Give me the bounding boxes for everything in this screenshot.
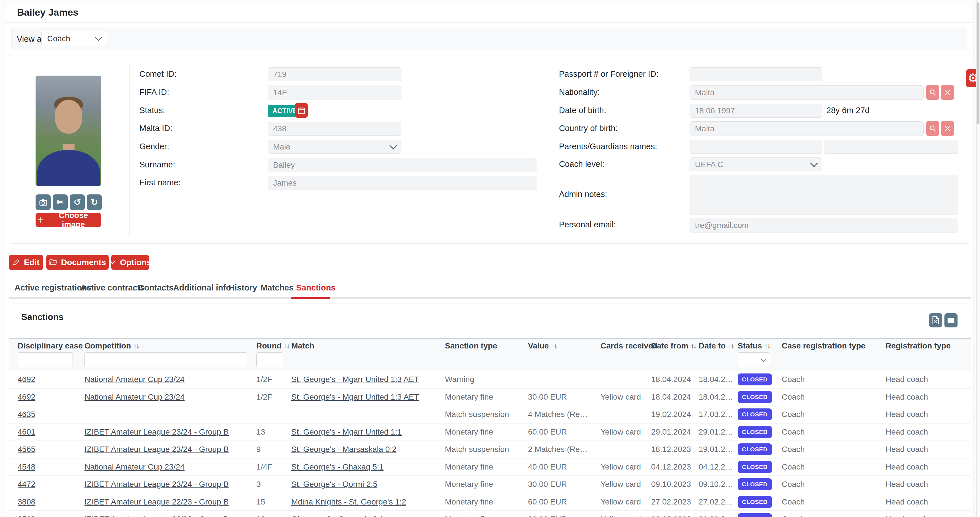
match-link[interactable]: St. George's - Mgarr United 1:1 <box>291 427 434 436</box>
date-of-birth-field[interactable] <box>690 104 822 118</box>
admin-notes-field[interactable] <box>690 175 958 215</box>
country-of-birth-field[interactable] <box>690 121 924 136</box>
status-badge: CLOSED <box>738 426 772 438</box>
date-to-cell: 27.02.2023 <box>698 497 736 506</box>
export-excel-button[interactable] <box>929 313 942 327</box>
competition-link[interactable]: IZIBET Amateur League 23/24 - Group B <box>84 427 244 436</box>
surname-field[interactable] <box>268 158 537 172</box>
disciplinary-case-link[interactable]: 4565 <box>18 445 75 454</box>
col-cards-received: Cards received <box>601 341 658 350</box>
sanction-type-cell: Match suspension <box>445 445 522 454</box>
disciplinary-case-link[interactable]: 3598 <box>18 515 75 517</box>
disciplinary-case-link[interactable]: 4692 <box>18 375 75 384</box>
sort-icon: ↑↓ <box>765 342 770 350</box>
comet-id-label: Comet ID: <box>139 69 177 79</box>
competition-link[interactable]: IZIBET Amateur League 23/24 - Group B <box>84 445 244 454</box>
col-competition[interactable]: Competition↑↓ <box>84 341 138 350</box>
disciplinary-case-link[interactable]: 4635 <box>18 410 75 419</box>
choose-image-button[interactable]: + Choose image <box>35 213 101 227</box>
sanction-type-cell: Match suspension <box>445 410 522 419</box>
status-history-button[interactable] <box>295 103 308 118</box>
competition-link[interactable]: IZIBET Amateur League 23/24 - Group B <box>84 480 244 489</box>
documents-button[interactable]: Documents <box>46 255 109 270</box>
tab-history[interactable]: History <box>229 283 257 292</box>
photo-crop-button[interactable]: ✂ <box>52 194 68 210</box>
view-as-select[interactable]: Coach <box>41 31 107 46</box>
options-button[interactable]: Options <box>111 255 149 270</box>
coach-level-select[interactable]: UEFA C <box>690 157 822 171</box>
passport-field[interactable] <box>690 67 822 81</box>
fifa-id-field[interactable] <box>268 86 401 100</box>
col-disciplinary-case[interactable]: Disciplinary case↑↓ <box>18 341 91 350</box>
tab-active-registrations[interactable]: Active registrations <box>14 283 92 292</box>
competition-link[interactable]: National Amateur Cup 23/24 <box>84 462 244 471</box>
status-badge: CLOSED <box>738 443 772 455</box>
col-date-from[interactable]: Date from↑↓ <box>651 341 696 350</box>
match-link[interactable]: St. George's - Marsaskala 0:2 <box>291 445 434 454</box>
match-link[interactable]: Mdina Knights - St. George's 1:2 <box>291 497 434 506</box>
tab-contacts[interactable]: Contacts <box>138 283 173 292</box>
disciplinary-case-link[interactable]: 4548 <box>18 462 75 471</box>
admin-notes-label: Admin notes: <box>559 190 607 199</box>
col-value[interactable]: Value↑↓ <box>528 341 557 350</box>
match-link[interactable]: St. George's - Qormi 2:5 <box>291 480 434 489</box>
country-search-button[interactable] <box>926 121 939 136</box>
col-round[interactable]: Round↑↓ <box>256 341 289 350</box>
malta-id-field[interactable] <box>268 122 401 136</box>
photo-rotate-left-button[interactable]: ↺ <box>70 194 85 210</box>
competition-link[interactable]: IZIBET Amateur League 22/23 - Group B <box>84 515 244 517</box>
round-cell: 9 <box>256 445 282 454</box>
disciplinary-case-link[interactable]: 4692 <box>18 393 75 401</box>
date-from-cell: 29.01.2024 <box>651 427 694 436</box>
date-to-cell: 18.04.2024 <box>698 393 736 401</box>
match-link[interactable]: St. George's - Mgarr United 1:3 AET <box>291 375 434 384</box>
tab-active-contracts[interactable]: Active contracts <box>81 283 145 292</box>
disciplinary-case-link[interactable]: 3808 <box>18 497 75 506</box>
filter-status-select[interactable] <box>738 352 770 367</box>
photo-camera-button[interactable] <box>35 194 51 210</box>
gender-select[interactable]: Male <box>268 140 401 154</box>
search-icon <box>929 89 937 96</box>
personal-email-field[interactable] <box>690 218 958 233</box>
round-cell: 13 <box>256 515 282 517</box>
competition-link[interactable]: National Amateur Cup 23/24 <box>84 375 244 384</box>
disciplinary-case-link[interactable]: 4601 <box>18 427 75 436</box>
options-label: Options <box>120 258 151 267</box>
filter-round-input[interactable] <box>256 352 283 367</box>
column-chooser-button[interactable] <box>945 313 958 327</box>
match-link[interactable]: St. George's - Mgarr United 1:3 AET <box>291 393 434 401</box>
parents-field-1[interactable] <box>690 140 822 154</box>
competition-link[interactable]: IZIBET Amateur League 22/23 - Group B <box>84 497 244 506</box>
first-name-field[interactable] <box>268 176 537 190</box>
table-row: 4692 National Amateur Cup 23/24 1/2F St.… <box>9 389 971 406</box>
scrollbar-thumb[interactable] <box>977 2 980 124</box>
registration-type-cell: Head coach <box>886 480 968 489</box>
tab-sanctions[interactable]: Sanctions <box>296 283 336 292</box>
country-clear-button[interactable] <box>941 121 954 136</box>
col-date-to[interactable]: Date to↑↓ <box>698 341 733 350</box>
sort-icon: ↑↓ <box>691 342 696 350</box>
disciplinary-case-link[interactable]: 4472 <box>18 480 75 489</box>
comet-id-field[interactable] <box>268 67 401 81</box>
sort-icon: ↑↓ <box>551 342 557 350</box>
filter-disciplinary-case-input[interactable] <box>18 352 73 367</box>
tab-matches[interactable]: Matches <box>261 283 294 292</box>
date-to-cell: 17.03.2024 <box>698 410 736 419</box>
parents-field-2[interactable] <box>824 140 958 154</box>
photo-rotate-right-button[interactable]: ↻ <box>87 194 102 210</box>
match-link[interactable]: St. George's - Ghaxaq 5:1 <box>291 462 434 471</box>
match-link[interactable]: Ghaxaq - St. George's 2:1 <box>291 515 434 517</box>
competition-link[interactable]: National Amateur Cup 23/24 <box>84 393 244 401</box>
filter-competition-input[interactable] <box>84 352 247 367</box>
case-registration-type-cell: Coach <box>782 480 881 489</box>
first-name-label: First name: <box>139 178 181 187</box>
nationality-clear-button[interactable] <box>941 85 954 100</box>
col-label: Competition <box>84 341 131 350</box>
nationality-search-button[interactable] <box>926 85 939 100</box>
col-status[interactable]: Status↑↓ <box>738 341 770 350</box>
value-cell: 60.00 EUR <box>528 497 593 506</box>
tab-additional-info[interactable]: Additional info <box>173 283 231 292</box>
edit-button[interactable]: Edit <box>9 255 43 270</box>
nationality-field[interactable] <box>690 85 924 100</box>
personal-email-label: Personal email: <box>559 220 616 229</box>
